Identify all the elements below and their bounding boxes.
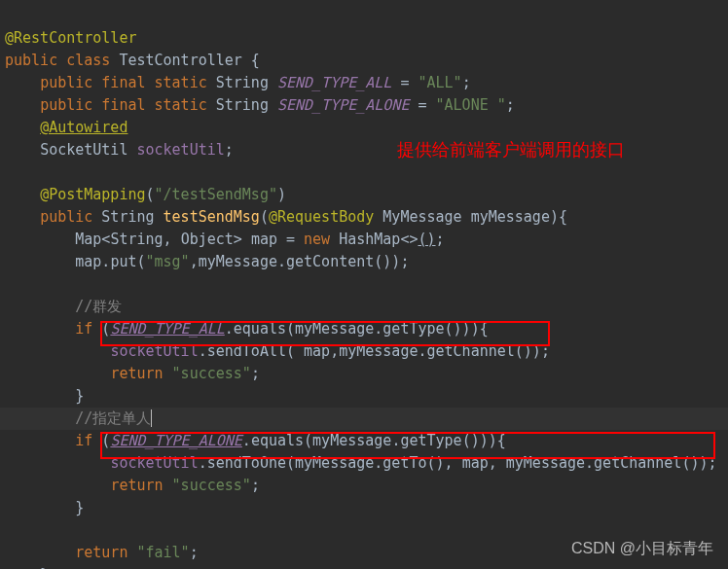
annotation-restcontroller: @RestController — [5, 29, 136, 47]
code-line: return "success"; — [0, 475, 728, 497]
var: map — [75, 253, 101, 270]
keyword: return — [75, 544, 127, 561]
method: getType — [382, 320, 444, 338]
field: socketUtil — [136, 141, 224, 159]
code-line: if (SEND_TYPE_ALL.equals(myMessage.getTy… — [0, 318, 728, 340]
type: MyMessage — [382, 208, 461, 226]
cursor-icon — [151, 409, 152, 427]
field: SEND_TYPE_ALONE — [110, 432, 241, 449]
method: sendToAll — [207, 342, 286, 360]
keyword: class — [66, 52, 110, 69]
annotation-overlay-text: 提供给前端客户端调用的接口 — [397, 139, 625, 161]
code-line: @Autowired — [0, 117, 728, 139]
code-line: return "success"; — [0, 363, 728, 385]
type: HashMap — [339, 231, 400, 248]
blank — [5, 7, 22, 24]
string: "ALL" — [418, 74, 461, 91]
type: String — [216, 74, 269, 91]
code-line: } — [0, 385, 728, 408]
code-line: } — [0, 497, 728, 519]
annotation-requestbody: @RequestBody — [269, 208, 374, 226]
keyword: final — [101, 96, 145, 114]
code-line: public class TestController { — [0, 50, 728, 72]
code-line: public final static String SEND_TYPE_ALL… — [0, 72, 728, 94]
method: getType — [400, 432, 461, 449]
var: map — [304, 342, 330, 360]
code-line: Map<String, Object> map = new HashMap<>(… — [0, 229, 728, 251]
code-line — [0, 161, 728, 184]
string: "success" — [172, 365, 251, 382]
var: map — [251, 231, 277, 248]
type: String — [110, 231, 163, 248]
method: put — [110, 253, 136, 270]
method: getContent — [286, 253, 374, 270]
string: "/testSendMsg" — [155, 186, 277, 203]
keyword: new — [304, 231, 330, 248]
keyword: static — [155, 74, 207, 91]
param: myMessage — [506, 454, 585, 472]
method: sendToOne — [207, 454, 286, 472]
code-line — [0, 5, 728, 27]
string: "success" — [172, 477, 251, 494]
keyword: return — [110, 477, 163, 494]
method: testSendMsg — [164, 208, 260, 226]
keyword: if — [75, 320, 92, 338]
method: equals — [234, 320, 286, 338]
code-line: @RestController — [0, 27, 728, 50]
param: myMessage — [199, 253, 277, 270]
field: SEND_TYPE_ALL — [277, 74, 391, 91]
keyword: static — [155, 96, 207, 114]
param: myMessage — [312, 432, 391, 449]
type: String — [216, 96, 269, 114]
code-line: socketUtil.sendToOne(myMessage.getTo(), … — [0, 452, 728, 475]
method: equals — [251, 432, 304, 449]
keyword: public — [40, 74, 92, 91]
type: String — [101, 208, 154, 226]
comment: //群发 — [75, 298, 122, 315]
method: getTo — [382, 454, 426, 472]
keyword: final — [101, 74, 145, 91]
annotation-autowired: @Autowired — [40, 119, 127, 136]
code-line: public String testSendMsg(@RequestBody M… — [0, 206, 728, 229]
keyword: return — [110, 365, 163, 382]
field: SEND_TYPE_ALONE — [277, 96, 409, 114]
field: socketUtil — [110, 342, 198, 360]
keyword: public — [40, 208, 92, 226]
param: myMessage — [471, 208, 550, 226]
code-line-selected: //指定单人 — [0, 408, 728, 430]
annotation-postmapping: @PostMapping — [40, 186, 145, 203]
string: "ALONE " — [436, 96, 506, 114]
keyword: public — [5, 52, 57, 69]
string: "msg" — [146, 253, 190, 270]
param: myMessage — [295, 320, 374, 338]
string: "fail" — [136, 544, 189, 561]
code-line: @PostMapping("/testSendMsg") — [0, 184, 728, 206]
classname: TestController — [119, 52, 241, 69]
code-line: if (SEND_TYPE_ALONE.equals(myMessage.get… — [0, 430, 728, 452]
keyword: public — [40, 96, 92, 114]
field: SEND_TYPE_ALL — [110, 320, 224, 338]
code-line: public final static String SEND_TYPE_ALO… — [0, 94, 728, 117]
method: getChannel — [594, 454, 681, 472]
comment: //指定单人 — [75, 409, 151, 427]
code-line: //群发 — [0, 296, 728, 318]
code-line: socketUtil.sendToAll( map,myMessage.getC… — [0, 340, 728, 363]
type: SocketUtil — [40, 141, 127, 159]
code-line: } — [0, 564, 728, 569]
type: Map — [75, 231, 101, 248]
method: getChannel — [427, 342, 515, 360]
keyword: if — [75, 432, 92, 449]
code-line — [0, 273, 728, 296]
field: socketUtil — [110, 454, 198, 472]
var: map — [462, 454, 489, 472]
type: Object — [181, 231, 234, 248]
param: myMessage — [339, 342, 418, 360]
watermark-text: CSDN @小目标青年 — [571, 537, 713, 559]
code-line: map.put("msg",myMessage.getContent()); — [0, 251, 728, 273]
param: myMessage — [295, 454, 374, 472]
